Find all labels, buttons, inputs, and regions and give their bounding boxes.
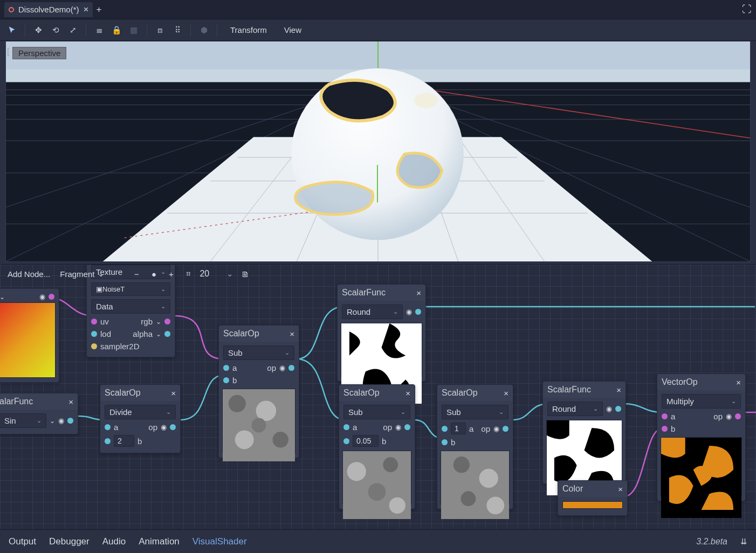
svg-point-51 — [461, 491, 476, 506]
add-node-button[interactable]: Add Node... — [5, 268, 52, 280]
svg-point-46 — [368, 483, 386, 501]
b-value-input[interactable] — [353, 435, 379, 447]
preview-toggle-icon[interactable]: ◉ — [58, 417, 64, 425]
func-dropdown[interactable]: Sin⌄ — [0, 413, 46, 428]
node-vectorop-multiply[interactable]: VectorOp× Multiply⌄ aop◉ b — [657, 374, 746, 501]
unsaved-icon — [9, 7, 14, 12]
op-dropdown[interactable]: Sub⌄ — [223, 345, 294, 360]
gradient-preview — [0, 302, 56, 378]
svg-point-52 — [486, 496, 504, 514]
scene-tab[interactable]: DissolveDemo(*) × — [4, 2, 93, 17]
color-swatch[interactable] — [562, 501, 623, 509]
shader-graph[interactable]: ⌄◉ Texture⌄ ▣ NoiseT⌄ Data⌄ uvrgb⌄ lodal… — [0, 264, 756, 529]
noise-preview — [342, 451, 411, 504]
tab-animation[interactable]: Animation — [139, 536, 180, 547]
view-menu[interactable]: View — [277, 25, 309, 34]
snap-value-input[interactable] — [200, 269, 221, 279]
texture-source-dropdown[interactable]: ▣ NoiseT⌄ — [91, 282, 170, 296]
tab-audio[interactable]: Audio — [102, 536, 126, 547]
perspective-bracket-icon: [ — [7, 47, 9, 57]
preview-toggle-icon[interactable]: ◉ — [279, 364, 285, 372]
noise-preview — [441, 451, 510, 504]
list-tool-icon[interactable]: ≣ — [92, 23, 107, 38]
zoom-out-icon[interactable]: − — [130, 268, 142, 280]
perspective-badge[interactable]: Perspective — [12, 47, 66, 59]
op-dropdown[interactable]: Multiply⌄ — [662, 394, 741, 409]
preview-toggle-icon[interactable]: ◉ — [726, 412, 732, 420]
node-color[interactable]: Color× — [558, 480, 628, 516]
snap-tool-icon[interactable]: ⧈ — [153, 23, 168, 38]
lock-tool-icon[interactable]: 🔒 — [109, 23, 124, 38]
transform-menu[interactable]: Transform — [223, 25, 274, 34]
select-tool-icon[interactable] — [4, 23, 19, 38]
preview-toggle-icon[interactable]: ◉ — [39, 293, 45, 301]
zoom-reset-icon[interactable]: ● — [148, 268, 160, 280]
viewport-3d[interactable]: [ Perspective — [5, 41, 751, 262]
close-icon[interactable]: × — [616, 385, 621, 395]
svg-point-40 — [235, 430, 254, 449]
gizmo-icon[interactable]: ⬢ — [196, 23, 211, 38]
node-scalarfunc-round-top[interactable]: ScalarFunc× Round⌄◉ — [337, 284, 426, 382]
close-icon[interactable]: × — [504, 389, 508, 398]
node-color-gradient[interactable]: ⌄◉ — [0, 288, 59, 383]
tab-debugger[interactable]: Debugger — [49, 536, 90, 547]
node-scalarop-divide[interactable]: ScalarOp× Divide⌄ aop◉ b — [100, 384, 181, 453]
collapse-panel-icon[interactable]: ⇊ — [740, 537, 747, 547]
b-value-input[interactable] — [114, 435, 134, 447]
close-icon[interactable]: × — [416, 288, 421, 298]
close-icon[interactable]: × — [618, 485, 623, 494]
threshold-preview — [546, 420, 622, 479]
bottom-panel-tabs: Output Debugger Audio Animation VisualSh… — [0, 529, 756, 553]
op-dropdown[interactable]: Divide⌄ — [105, 405, 176, 419]
func-dropdown[interactable]: Round⌄ — [547, 402, 603, 416]
node-scalarfunc-sin[interactable]: alarFunc× Sin⌄⌄◉ — [0, 393, 78, 434]
node-scalarfunc-round-bottom[interactable]: ScalarFunc× Round⌄◉ — [542, 381, 626, 484]
svg-point-45 — [383, 457, 398, 472]
zoom-in-icon[interactable]: + — [165, 268, 177, 280]
tab-title: DissolveDemo(*) — [18, 5, 79, 14]
shader-mode-dropdown[interactable]: Fragment⌄ — [58, 268, 107, 280]
svg-point-49 — [453, 457, 470, 473]
tab-visualshader[interactable]: VisualShader — [193, 536, 247, 547]
move-tool-icon[interactable]: ✥ — [31, 23, 46, 38]
svg-point-41 — [252, 418, 266, 433]
file-icon[interactable]: 🗎 — [239, 268, 251, 280]
preview-toggle-icon[interactable]: ◉ — [161, 423, 167, 431]
a-value-input[interactable] — [451, 423, 466, 434]
close-icon[interactable]: × — [406, 389, 410, 398]
graph-toolbar: Add Node... Fragment⌄ − ● + ⌗ ⌄ 🗎 — [5, 264, 251, 284]
func-dropdown[interactable]: Round⌄ — [342, 305, 403, 319]
node-scalarop-sub-005[interactable]: ScalarOp× Sub⌄ aop◉ b — [339, 384, 415, 509]
noise-preview — [222, 389, 295, 453]
spatial-toolbar: ✥ ⟲ ⤢ ≣ 🔒 ▦ ⧈ ⠿ ⬢ Transform View — [0, 19, 756, 41]
snap-config-icon[interactable]: ⠿ — [170, 23, 185, 38]
node-scalarop-sub-one[interactable]: ScalarOp× Sub⌄ aop◉ b — [437, 384, 513, 509]
close-icon[interactable]: × — [171, 389, 176, 398]
add-tab-icon[interactable]: + — [96, 4, 101, 15]
scene-tabbar: DissolveDemo(*) × + ⛶ — [0, 0, 756, 19]
svg-point-37 — [229, 395, 246, 412]
node-scalarop-sub-center[interactable]: ScalarOp× Sub⌄ aop◉ b — [218, 325, 299, 458]
texture-mode-dropdown[interactable]: Data⌄ — [91, 299, 170, 314]
rotate-tool-icon[interactable]: ⟲ — [48, 23, 63, 38]
preview-toggle-icon[interactable]: ◉ — [395, 423, 401, 431]
close-icon[interactable]: × — [68, 397, 73, 406]
group-tool-icon[interactable]: ▦ — [126, 23, 141, 38]
fullscreen-icon[interactable]: ⛶ — [742, 4, 752, 15]
close-icon[interactable]: × — [290, 329, 294, 338]
scale-tool-icon[interactable]: ⤢ — [65, 23, 80, 38]
op-dropdown[interactable]: Sub⌄ — [442, 405, 508, 419]
preview-toggle-icon[interactable]: ◉ — [493, 425, 499, 433]
preview-toggle-icon[interactable]: ◉ — [406, 308, 412, 316]
close-tab-icon[interactable]: × — [84, 4, 89, 15]
preview-toggle-icon[interactable]: ◉ — [606, 405, 612, 413]
svg-point-50 — [479, 469, 498, 488]
snap-icon[interactable]: ⌗ — [182, 268, 194, 280]
svg-point-34 — [414, 93, 438, 108]
tab-output[interactable]: Output — [9, 536, 36, 547]
threshold-preview — [341, 323, 422, 377]
color-threshold-preview — [661, 437, 742, 496]
svg-point-39 — [272, 432, 288, 447]
op-dropdown[interactable]: Sub⌄ — [343, 405, 410, 419]
close-icon[interactable]: × — [736, 378, 741, 387]
